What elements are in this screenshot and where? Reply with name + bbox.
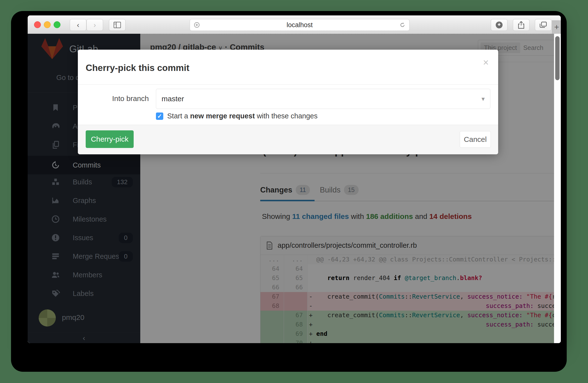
branch-select[interactable]: master ▾ — [156, 89, 490, 109]
modal-divider — [78, 84, 498, 85]
into-branch-label: Into branch — [78, 95, 149, 103]
merge-request-checkbox-label[interactable]: Start a new merge request with these cha… — [167, 112, 317, 120]
share-icon — [518, 21, 525, 29]
page-content: GitLab Go to dashboard Project Activity … — [28, 34, 561, 343]
url-text: localhost — [287, 21, 313, 29]
window-minimize-button[interactable] — [44, 21, 51, 28]
chevron-down-icon: ▾ — [482, 95, 485, 103]
sidebar-toggle-button[interactable] — [109, 19, 126, 31]
merge-request-checkbox[interactable]: ✓ — [156, 113, 163, 120]
forward-button[interactable]: › — [86, 19, 103, 31]
browser-window: ‹ › localhost — [28, 15, 561, 343]
address-bar[interactable]: localhost — [190, 19, 410, 31]
branch-select-value: master — [162, 95, 184, 103]
download-icon — [495, 21, 503, 29]
downloads-button[interactable] — [491, 19, 507, 31]
cherry-pick-modal: × Cherry-pick this commit Into branch ma… — [78, 50, 498, 154]
forward-icon: › — [94, 21, 96, 29]
tab-overview-button[interactable] — [535, 19, 551, 31]
window-zoom-button[interactable] — [54, 21, 61, 28]
merge-request-checkbox-row: ✓ Start a new merge request with these c… — [156, 112, 317, 120]
browser-toolbar: ‹ › localhost — [28, 15, 561, 34]
window-close-button[interactable] — [34, 21, 41, 28]
back-icon: ‹ — [77, 21, 79, 29]
reading-list-add-icon[interactable] — [194, 22, 200, 28]
back-button[interactable]: ‹ — [70, 19, 86, 31]
tabs-icon — [540, 21, 547, 28]
cancel-button[interactable]: Cancel — [460, 131, 491, 148]
share-button[interactable] — [513, 19, 529, 31]
new-tab-button[interactable]: + — [552, 20, 561, 34]
modal-title: Cherry-pick this commit — [86, 63, 189, 73]
scrollbar[interactable] — [554, 34, 561, 343]
close-icon[interactable]: × — [483, 57, 489, 68]
cherry-pick-submit-button[interactable]: Cherry-pick — [86, 130, 134, 148]
scrollbar-thumb[interactable] — [555, 36, 560, 80]
modal-footer: Cherry-pick Cancel — [78, 125, 498, 154]
plus-icon: + — [554, 22, 559, 32]
refresh-icon[interactable] — [399, 22, 405, 28]
sidebar-toggle-icon — [114, 22, 121, 28]
